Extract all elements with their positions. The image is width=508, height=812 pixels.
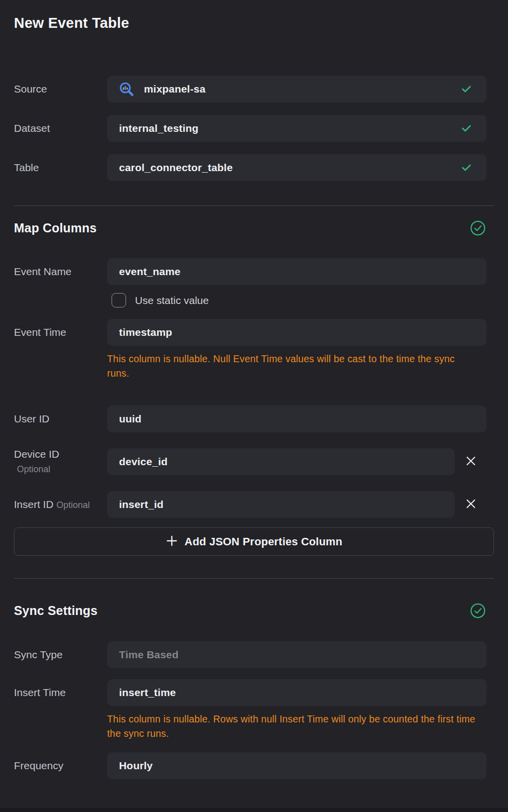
sync-type-row: Sync Type Time Based xyxy=(14,641,494,668)
close-icon xyxy=(465,498,477,511)
valid-check-icon xyxy=(462,85,472,93)
valid-check-icon xyxy=(462,124,472,132)
sync-settings-header: Sync Settings xyxy=(14,603,494,618)
dataset-field[interactable]: internal_testing xyxy=(107,115,487,142)
source-label: Source xyxy=(14,83,107,96)
frequency-row: Frequency Hourly xyxy=(14,752,494,779)
user-id-field[interactable]: uuid xyxy=(107,406,487,432)
event-name-label: Event Name xyxy=(14,265,107,278)
user-id-label: User ID xyxy=(14,412,107,425)
insert-id-row: Insert ID Optional insert_id xyxy=(14,491,494,518)
insert-time-label: Insert Time xyxy=(14,686,107,699)
section-complete-icon xyxy=(470,603,486,618)
event-time-value: timestamp xyxy=(119,326,172,338)
device-id-row: Device ID Optional device_id xyxy=(14,448,494,476)
event-time-field[interactable]: timestamp xyxy=(107,319,487,346)
close-icon xyxy=(465,455,477,468)
frequency-label: Frequency xyxy=(14,759,107,772)
source-row: Source mixpanel-sa xyxy=(14,76,494,102)
dataset-row: Dataset internal_testing xyxy=(14,115,494,142)
sync-type-value: Time Based xyxy=(119,649,179,661)
insert-id-value: insert_id xyxy=(119,499,163,510)
plus-icon xyxy=(166,535,178,548)
user-id-row: User ID uuid xyxy=(14,406,494,432)
event-name-row: Event Name event_name xyxy=(14,258,494,285)
map-columns-header: Map Columns xyxy=(14,220,494,236)
insert-id-field[interactable]: insert_id xyxy=(107,491,455,518)
insert-time-row: Insert Time insert_time xyxy=(14,679,494,706)
insert-time-value: insert_time xyxy=(119,687,176,699)
remove-insert-id-button[interactable] xyxy=(455,498,487,511)
source-field[interactable]: mixpanel-sa xyxy=(107,76,487,102)
table-row: Table carol_connector_table xyxy=(14,154,494,181)
sync-settings-title: Sync Settings xyxy=(14,604,98,618)
dataset-value: internal_testing xyxy=(119,122,199,134)
new-event-table-form: New Event Table Source mixpanel-sa xyxy=(0,0,508,779)
static-value-row: Use static value xyxy=(112,293,494,307)
add-json-properties-button[interactable]: Add JSON Properties Column xyxy=(14,527,494,556)
event-name-value: event_name xyxy=(119,266,180,278)
device-id-field[interactable]: device_id xyxy=(107,448,455,475)
device-id-optional-tag: Optional xyxy=(14,463,107,476)
map-columns-title: Map Columns xyxy=(14,221,97,235)
add-json-row: Add JSON Properties Column xyxy=(14,527,494,556)
use-static-value-label: Use static value xyxy=(135,295,209,306)
sync-type-label: Sync Type xyxy=(14,648,107,661)
dataset-label: Dataset xyxy=(14,122,107,135)
insert-id-optional-tag: Optional xyxy=(56,500,90,510)
section-divider xyxy=(14,578,494,579)
use-static-value-checkbox[interactable] xyxy=(112,293,126,307)
bigquery-icon xyxy=(119,82,134,97)
remove-device-id-button[interactable] xyxy=(455,455,487,468)
event-time-row: Event Time timestamp xyxy=(14,319,494,346)
insert-time-warning: This column is nullable. Rows with null … xyxy=(107,712,476,741)
sync-type-field: Time Based xyxy=(107,641,487,668)
insert-id-label: Insert ID Optional xyxy=(14,498,107,511)
device-id-value: device_id xyxy=(119,456,168,468)
table-value: carol_connector_table xyxy=(119,162,233,174)
section-divider xyxy=(14,205,494,206)
bottom-edge-strip xyxy=(0,808,508,812)
device-id-label: Device ID Optional xyxy=(14,448,107,476)
event-time-label: Event Time xyxy=(14,326,107,339)
event-name-field[interactable]: event_name xyxy=(107,258,487,285)
valid-check-icon xyxy=(462,164,472,172)
user-id-value: uuid xyxy=(119,413,141,425)
section-complete-icon xyxy=(470,220,486,236)
add-json-properties-label: Add JSON Properties Column xyxy=(185,535,343,548)
source-value: mixpanel-sa xyxy=(144,83,206,95)
insert-time-field[interactable]: insert_time xyxy=(107,679,487,706)
page-title: New Event Table xyxy=(14,15,494,31)
frequency-field[interactable]: Hourly xyxy=(107,752,487,779)
table-field[interactable]: carol_connector_table xyxy=(107,154,487,181)
table-label: Table xyxy=(14,161,107,174)
event-time-warning: This column is nullable. Null Event Time… xyxy=(107,352,476,381)
frequency-value: Hourly xyxy=(119,760,153,772)
